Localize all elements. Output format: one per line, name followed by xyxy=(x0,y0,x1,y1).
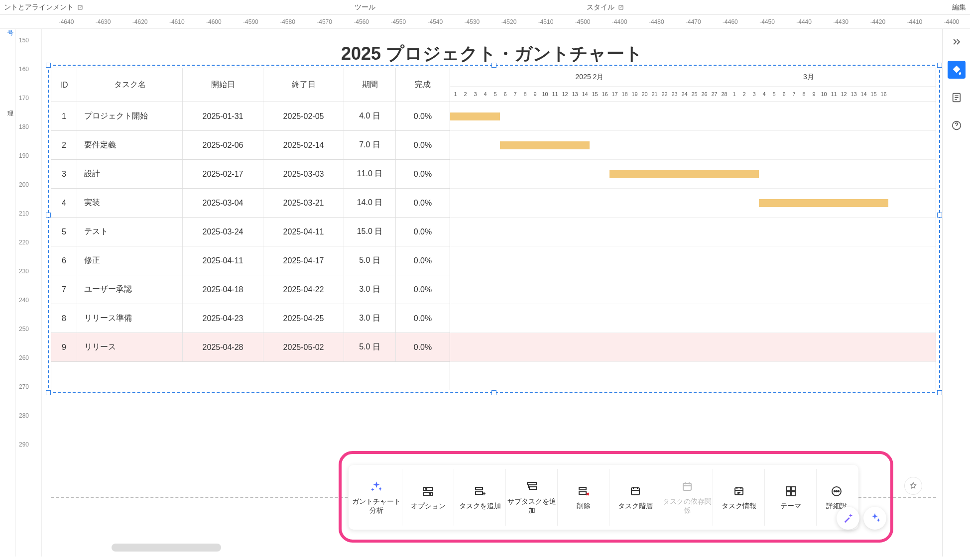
col-start[interactable]: 開始日 xyxy=(183,68,263,102)
col-end[interactable]: 終了日 xyxy=(263,68,344,102)
cell[interactable]: 6 xyxy=(51,246,77,275)
cell[interactable]: 3 xyxy=(51,160,77,188)
timeline-row[interactable] xyxy=(450,333,936,362)
cell[interactable]: 2025-02-06 xyxy=(183,131,263,159)
gantt-bar[interactable] xyxy=(450,112,500,120)
cell[interactable]: 2025-02-05 xyxy=(263,102,344,130)
expand-icon[interactable] xyxy=(617,4,624,11)
cell[interactable]: 0.0% xyxy=(396,102,450,130)
cell[interactable]: 2025-01-31 xyxy=(183,102,263,130)
timeline-row[interactable] xyxy=(450,102,936,131)
cell[interactable]: 7 xyxy=(51,275,77,304)
tab-edit[interactable]: 編集 xyxy=(726,0,970,14)
cell[interactable]: 4.0 日 xyxy=(344,102,396,130)
timeline-row[interactable] xyxy=(450,218,936,246)
cell[interactable]: 3.0 日 xyxy=(344,275,396,304)
cell[interactable]: リリース準備 xyxy=(77,304,183,333)
cell[interactable]: 実装 xyxy=(77,189,183,217)
timeline-row[interactable] xyxy=(450,304,936,333)
cell[interactable]: 2025-03-03 xyxy=(263,160,344,188)
cell[interactable]: 0.0% xyxy=(396,218,450,246)
cell[interactable]: 5.0 日 xyxy=(344,333,396,361)
cell[interactable]: 設計 xyxy=(77,160,183,188)
ai-wand-button[interactable] xyxy=(837,507,859,530)
expand-icon[interactable] xyxy=(77,4,84,11)
task-info-button[interactable]: タスク情報 xyxy=(713,469,765,526)
timeline[interactable]: 2025 2月3月 123456789101112131415161718192… xyxy=(450,68,936,390)
horizontal-scrollbar[interactable] xyxy=(112,544,221,552)
col-id[interactable]: ID xyxy=(51,68,77,102)
cell[interactable]: 5 xyxy=(51,218,77,246)
gantt-chart[interactable]: ID タスク名 開始日 終了日 期間 完成 1プロジェクト開始2025-01-3… xyxy=(51,68,936,390)
ai-orb-button[interactable] xyxy=(863,507,886,530)
timeline-row[interactable] xyxy=(450,131,936,160)
cell[interactable]: テスト xyxy=(77,218,183,246)
gantt-bar[interactable] xyxy=(500,141,590,149)
table-row[interactable]: 1プロジェクト開始2025-01-312025-02-054.0 日0.0% xyxy=(51,102,450,131)
cell[interactable]: 9 xyxy=(51,333,77,361)
timeline-row[interactable] xyxy=(450,275,936,304)
task-table[interactable]: ID タスク名 開始日 終了日 期間 完成 1プロジェクト開始2025-01-3… xyxy=(51,68,450,390)
options-button[interactable]: オプション xyxy=(402,469,454,526)
cell[interactable]: プロジェクト開始 xyxy=(77,102,183,130)
cell[interactable]: 2025-04-11 xyxy=(183,246,263,275)
cell[interactable]: 5.0 日 xyxy=(344,246,396,275)
cell[interactable]: 11.0 日 xyxy=(344,160,396,188)
cell[interactable]: 3.0 日 xyxy=(344,304,396,333)
col-name[interactable]: タスク名 xyxy=(77,68,183,102)
cell[interactable]: ユーザー承認 xyxy=(77,275,183,304)
help-button[interactable] xyxy=(948,116,966,134)
timeline-body[interactable] xyxy=(450,102,936,362)
resize-handle[interactable] xyxy=(46,390,51,395)
cell[interactable]: 2025-05-02 xyxy=(263,333,344,361)
table-row[interactable]: 4実装2025-03-042025-03-2114.0 日0.0% xyxy=(51,189,450,218)
table-row[interactable]: 5テスト2025-03-242025-04-1115.0 日0.0% xyxy=(51,218,450,246)
delete-button[interactable]: 削除 xyxy=(558,469,609,526)
cell[interactable]: 0.0% xyxy=(396,333,450,361)
gantt-bar[interactable] xyxy=(609,170,759,178)
cell[interactable]: 2025-02-14 xyxy=(263,131,344,159)
cell[interactable]: 2025-04-17 xyxy=(263,246,344,275)
cell[interactable]: 2025-04-18 xyxy=(183,275,263,304)
cell[interactable]: 8 xyxy=(51,304,77,333)
timeline-row[interactable] xyxy=(450,160,936,189)
notes-button[interactable] xyxy=(948,89,966,107)
resize-handle[interactable] xyxy=(491,390,496,395)
cell[interactable]: 0.0% xyxy=(396,160,450,188)
hierarchy-button[interactable]: タスク階層 xyxy=(609,469,661,526)
theme-button[interactable]: テーマ xyxy=(765,469,817,526)
cell[interactable]: 0.0% xyxy=(396,131,450,159)
gantt-analyze-button[interactable]: ガントチャート分析 xyxy=(351,469,402,526)
table-row[interactable]: 7ユーザー承認2025-04-182025-04-223.0 日0.0% xyxy=(51,275,450,304)
tab-tools[interactable]: ツール xyxy=(244,0,485,14)
timeline-row[interactable] xyxy=(450,246,936,275)
col-dur[interactable]: 期間 xyxy=(344,68,396,102)
table-row[interactable]: 2要件定義2025-02-062025-02-147.0 日0.0% xyxy=(51,131,450,160)
table-row[interactable]: 9リリース2025-04-282025-05-025.0 日0.0% xyxy=(51,333,450,362)
cell[interactable]: 2025-04-25 xyxy=(263,304,344,333)
table-row[interactable]: 8リリース準備2025-04-232025-04-253.0 日0.0% xyxy=(51,304,450,333)
cell[interactable]: 0.0% xyxy=(396,304,450,333)
expand-panel-button[interactable] xyxy=(948,33,966,51)
cell[interactable]: 要件定義 xyxy=(77,131,183,159)
timeline-row[interactable] xyxy=(450,189,936,218)
add-task-button[interactable]: タスクを追加 xyxy=(454,469,506,526)
cell[interactable]: 0.0% xyxy=(396,275,450,304)
cell[interactable]: 15.0 日 xyxy=(344,218,396,246)
add-subtask-button[interactable]: サブタスクを追加 xyxy=(506,469,558,526)
cell[interactable]: 0.0% xyxy=(396,246,450,275)
cell[interactable]: 2025-02-17 xyxy=(183,160,263,188)
canvas[interactable]: 2025 プロジェクト・ガントチャート ID タスク名 開始日 終了日 期間 完… xyxy=(42,29,942,557)
pin-toolbar-button[interactable] xyxy=(904,477,922,495)
table-row[interactable]: 6修正2025-04-112025-04-175.0 日0.0% xyxy=(51,246,450,275)
tab-alignment[interactable]: ントとアラインメント xyxy=(0,0,244,14)
cell[interactable]: 2025-03-21 xyxy=(263,189,344,217)
table-row[interactable]: 3設計2025-02-172025-03-0311.0 日0.0% xyxy=(51,160,450,189)
tab-style[interactable]: スタイル xyxy=(485,0,726,14)
gantt-bar[interactable] xyxy=(759,199,888,207)
cell[interactable]: リリース xyxy=(77,333,183,361)
resize-handle[interactable] xyxy=(937,390,942,395)
cell[interactable]: 2025-03-04 xyxy=(183,189,263,217)
cell[interactable]: 2025-04-22 xyxy=(263,275,344,304)
fill-color-button[interactable] xyxy=(948,61,966,79)
